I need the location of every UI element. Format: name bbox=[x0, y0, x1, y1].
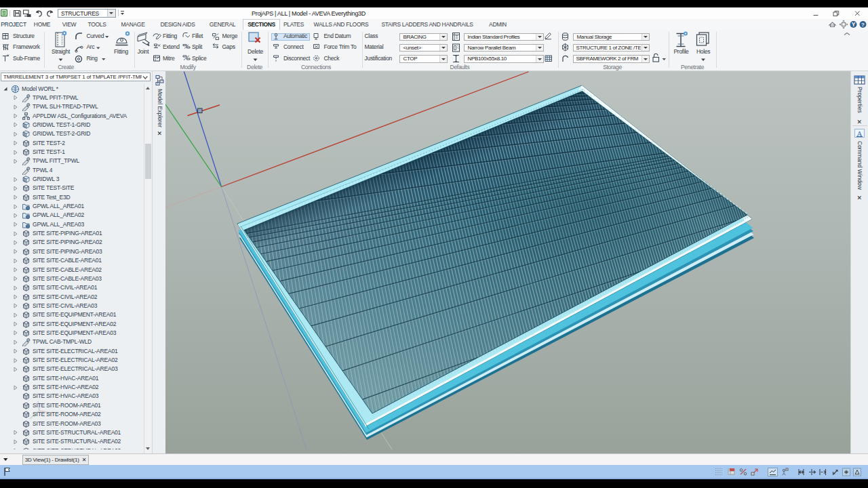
svg-text:?: ? bbox=[861, 22, 865, 28]
svg-text:A: A bbox=[857, 129, 863, 138]
svg-text:Y: Y bbox=[852, 21, 856, 28]
